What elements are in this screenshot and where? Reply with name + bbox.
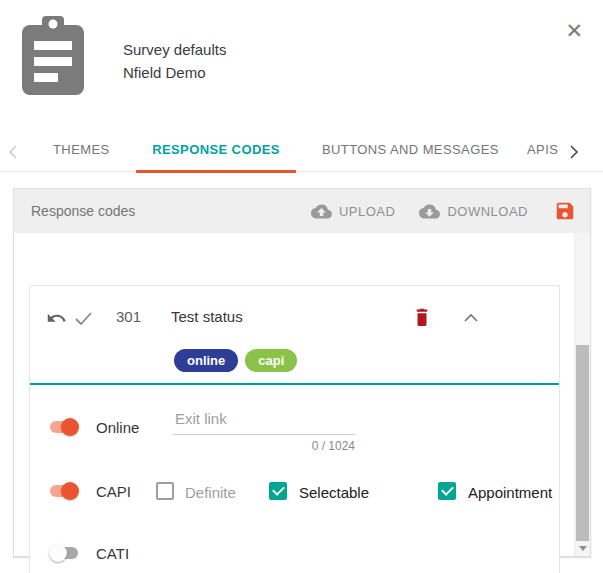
- selectable-checkbox[interactable]: [269, 482, 287, 500]
- tag-online: online: [174, 349, 238, 372]
- section-divider: [30, 383, 559, 385]
- tab-response-codes-label: RESPONSE CODES: [152, 142, 280, 157]
- appointment-label: Appointment: [468, 484, 552, 501]
- tab-buttons-and-messages[interactable]: BUTTONS AND MESSAGES: [322, 142, 499, 157]
- download-button[interactable]: DOWNLOAD: [419, 204, 528, 219]
- scrollbar-thumb[interactable]: [576, 345, 589, 541]
- upload-label: UPLOAD: [339, 204, 395, 219]
- capi-toggle[interactable]: [49, 482, 79, 500]
- response-code-description: Test status: [171, 308, 243, 325]
- collapse-icon[interactable]: [464, 313, 478, 322]
- close-icon[interactable]: ✕: [565, 20, 583, 41]
- tabs-scroll-right-icon[interactable]: [569, 144, 579, 164]
- panel-title: Response codes: [31, 203, 135, 219]
- online-label: Online: [96, 419, 139, 436]
- tab-bar: THEMES RESPONSE CODES BUTTONS AND MESSAG…: [0, 130, 603, 172]
- clipboard-icon: [22, 16, 84, 100]
- definite-label: Definite: [185, 484, 236, 501]
- check-icon[interactable]: [74, 311, 93, 326]
- online-toggle-knob: [61, 418, 79, 436]
- capi-label: CAPI: [96, 483, 131, 500]
- cati-toggle-knob: [49, 544, 67, 562]
- exit-link-field: 0 / 1024: [173, 410, 355, 453]
- panel-body: 301 Test status online capi: [14, 233, 590, 556]
- cati-toggle[interactable]: [49, 544, 79, 562]
- cati-label: CATI: [96, 545, 129, 562]
- response-code-card: 301 Test status online capi: [29, 285, 560, 573]
- appointment-checkbox[interactable]: [438, 482, 456, 500]
- tab-response-codes[interactable]: RESPONSE CODES: [136, 142, 296, 157]
- exit-link-input[interactable]: [173, 410, 355, 435]
- undo-icon[interactable]: [46, 310, 67, 328]
- definite-checkbox[interactable]: [156, 482, 174, 500]
- channel-tags: online capi: [174, 349, 297, 372]
- cloud-upload-icon: [311, 204, 332, 219]
- dialog-subtitle: Nfield Demo: [123, 61, 226, 84]
- panel-header: Response codes UPLOAD DOWNLOAD: [14, 189, 590, 233]
- save-icon[interactable]: [554, 200, 576, 222]
- response-code-number: 301: [116, 308, 141, 325]
- active-tab-underline: [136, 170, 296, 173]
- tabs-scroll-left-icon[interactable]: [8, 144, 18, 164]
- capi-toggle-knob: [61, 482, 79, 500]
- tab-themes[interactable]: THEMES: [53, 142, 110, 157]
- download-label: DOWNLOAD: [447, 204, 528, 219]
- vertical-scrollbar[interactable]: [574, 233, 590, 556]
- tab-apis[interactable]: APIS: [527, 142, 558, 157]
- upload-button[interactable]: UPLOAD: [311, 204, 395, 219]
- scrollbar-down-arrow-icon[interactable]: [579, 546, 587, 551]
- tag-capi: capi: [245, 349, 297, 372]
- selectable-label: Selectable: [299, 484, 369, 501]
- delete-icon[interactable]: [413, 307, 431, 327]
- char-counter: 0 / 1024: [173, 439, 355, 453]
- response-codes-panel: Response codes UPLOAD DOWNLOAD: [13, 188, 591, 557]
- online-toggle[interactable]: [49, 418, 79, 436]
- dialog-title: Survey defaults: [123, 38, 226, 61]
- survey-defaults-dialog: Survey defaults Nfield Demo ✕ THEMES RES…: [0, 0, 603, 573]
- cloud-download-icon: [419, 204, 440, 219]
